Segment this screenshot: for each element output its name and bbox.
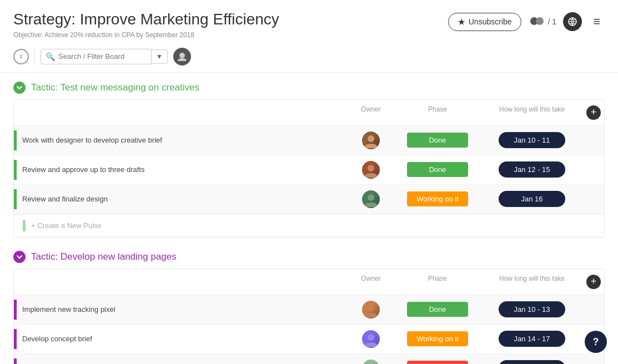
date-badge: Jan 14 - 17 [499,331,565,347]
col-task-name [14,103,349,122]
date-badge: Jan 10 - 11 [499,132,565,148]
task-name-cell: Implement new tracking pixel [14,295,349,324]
owner-cell [349,330,393,348]
page-objective: Objective: Achieve 20% reduction in CPA … [13,31,279,39]
date-badge: Jan 16 [499,191,565,207]
members-count: / 1 [548,17,557,26]
section-2: Tactic: Develop new landing pages Owner … [0,242,618,364]
search-container: 🔍 ▼ [41,49,168,64]
table-row: Implement new tracking pixel Done Jan 10… [14,295,604,325]
task-name: Develop concept brief [22,335,92,343]
section-1: Tactic: Test new messaging on creatives … [0,73,618,237]
table-row: Review and finalize design Working on it… [14,185,604,214]
color-bar [14,189,17,209]
task-name: Review and finalize design [22,195,108,203]
avatar [362,330,380,348]
help-button[interactable]: ? [585,331,607,353]
phase-badge: Working on it [407,331,468,346]
col-phase-2: Phase [393,272,482,291]
star-icon: ★ [458,17,465,27]
task-name: Review and approve up to three drafts [22,165,144,174]
section-2-table: Owner Phase How long will this take + Im… [13,269,605,364]
members-badge: / 1 [528,13,557,31]
task-name-cell: Work with tech to develop html [14,354,349,364]
add-column-2-button[interactable]: + [586,275,601,289]
owner-cell [349,190,393,208]
phase-badge: Stuck [407,361,468,364]
section-2-table-header: Owner Phase How long will this take + [14,269,604,295]
menu-button[interactable]: ≡ [589,12,605,31]
phase-cell: Working on it [393,329,482,348]
date-cell: Jan 10 - 13 [482,358,582,364]
search-dropdown-button[interactable]: ▼ [152,49,168,64]
date-badge: Jan 10 - 13 [499,301,565,317]
section-1-table-header: Owner Phase How long will this take + [14,100,604,126]
col-owner-2: Owner [349,272,393,291]
avatar [362,360,380,364]
owner-cell [349,360,393,364]
phase-cell: Done [393,130,482,150]
date-cell: Jan 10 - 11 [482,130,582,150]
globe-button[interactable] [563,12,582,31]
phase-badge: Done [407,302,468,317]
table-row: Work with tech to develop html Stuck Jan… [14,354,604,364]
section-1-header: Tactic: Test new messaging on creatives [13,82,605,94]
search-input[interactable] [58,52,147,60]
owner-cell [349,161,393,179]
date-cell: Jan 12 - 15 [482,159,582,180]
search-icon: 🔍 [46,52,55,61]
avatar [362,132,380,149]
owner-cell [349,301,393,318]
phase-cell: Done [393,300,482,319]
svg-point-5 [368,165,374,171]
section-2-toggle[interactable] [13,251,26,263]
avatar [362,161,380,179]
phase-cell: Working on it [393,189,482,209]
phase-cell: Stuck [393,358,482,364]
create-pulse-row: + Create a New Pulse [14,214,604,237]
table-row: Work with designer to develop creative b… [14,126,604,155]
section-1-table: Owner Phase How long will this take + Wo… [13,99,605,237]
phase-badge: Done [407,133,468,148]
task-name-cell: Review and approve up to three drafts [14,155,349,184]
date-badge: Jan 10 - 13 [499,360,565,364]
color-bar [14,300,17,320]
owner-cell [349,132,393,149]
section-2-header: Tactic: Develop new landing pages [13,251,605,263]
info-button[interactable]: i [13,49,29,64]
avatar-filter[interactable] [173,48,191,65]
avatar [362,190,380,208]
section-2-title: Tactic: Develop new landing pages [31,251,177,262]
add-column-1-button[interactable]: + [586,105,601,120]
unsubscribe-label: Unsubscribe [469,17,512,26]
date-cell: Jan 10 - 13 [482,299,582,320]
members-icon [528,13,546,31]
page-header: Strategy: Improve Marketing Efficiency O… [0,0,618,43]
svg-point-4 [368,135,374,142]
svg-point-3 [179,53,185,58]
svg-point-7 [368,305,374,311]
date-badge: Jan 12 - 15 [499,161,565,178]
toolbar-divider [34,48,35,65]
col-owner-1: Owner [349,103,393,122]
task-name-cell: Develop concept brief [14,325,349,353]
col-add-2: + [582,272,604,291]
task-name-cell: Review and finalize design [14,185,349,214]
avatar [362,301,380,318]
create-pulse-button-1[interactable]: + Create a New Pulse [31,221,102,230]
col-duration-2: How long will this take [482,272,582,291]
svg-point-8 [368,334,374,341]
col-phase-1: Phase [393,103,482,122]
date-cell: Jan 14 - 17 [482,328,582,349]
table-row: Review and approve up to three drafts Do… [14,155,604,185]
color-bar [14,358,17,364]
svg-point-1 [536,17,544,25]
unsubscribe-button[interactable]: ★ Unsubscribe [448,13,521,31]
task-name: Work with designer to develop creative b… [22,136,162,144]
section-1-toggle[interactable] [13,82,26,94]
task-name: Implement new tracking pixel [22,305,115,314]
col-duration-1: How long will this take [482,103,582,122]
color-bar [14,329,17,349]
header-right: ★ Unsubscribe / 1 ≡ [448,12,605,31]
color-bar [14,160,17,180]
